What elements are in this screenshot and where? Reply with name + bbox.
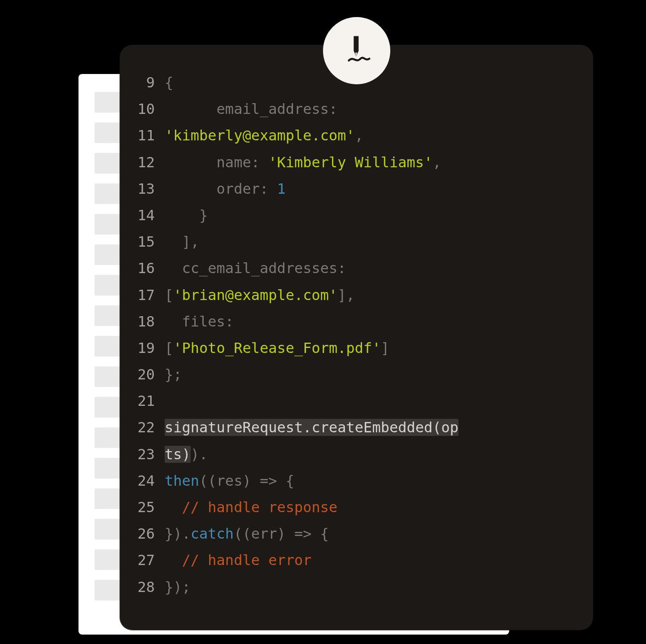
token: [ [165,339,173,357]
code-line[interactable]: 10 email_address: [132,96,581,122]
token: files: [165,313,234,330]
line-number: 13 [132,176,165,202]
line-number: 24 [132,468,165,494]
line-number: 20 [132,361,165,388]
token: catch [191,525,234,542]
code-line[interactable]: 23ts)). [132,441,581,468]
sign-icon-badge [323,17,390,84]
line-number: 19 [132,335,165,361]
token: }; [165,366,182,383]
line-content[interactable]: files: [165,309,581,335]
token: , [355,127,363,144]
code-line[interactable]: 24then((res) => { [132,468,581,494]
line-number: 21 [132,388,165,414]
line-number: 16 [132,255,165,282]
code-editor-panel: 9{10 email_address:11'kimberly@example.c… [120,45,593,630]
token: name: [165,154,268,171]
line-number: 26 [132,521,165,547]
stage: 9{10 email_address:11'kimberly@example.c… [0,0,646,644]
token: ], [337,287,355,304]
token: 'kimberly@example.com' [165,127,355,144]
token: 1 [277,180,285,197]
token: signatureRequest.createEmbedded(op [165,419,458,436]
line-number: 22 [132,414,165,441]
code-line[interactable]: 11'kimberly@example.com', [132,122,581,149]
line-content[interactable]: ['Photo_Release_Form.pdf'] [165,335,581,361]
code-line[interactable]: 18 files: [132,309,581,335]
token: then [165,472,199,489]
code-line[interactable]: 14 } [132,202,581,229]
token: order: [165,180,277,197]
line-content[interactable]: email_address: [165,96,581,122]
line-content[interactable]: signatureRequest.createEmbedded(op [165,414,581,441]
token: } [165,207,208,224]
line-number: 25 [132,494,165,521]
line-number: 9 [132,70,165,96]
line-content[interactable]: }).catch((err) => { [165,521,581,547]
token: // handle response [165,499,337,516]
line-number: 15 [132,229,165,255]
code-line[interactable]: 12 name: 'Kimberly Williams', [132,149,581,176]
line-content[interactable]: // handle response [165,494,581,521]
token: [ [165,287,173,304]
token: 'Kimberly Williams' [268,154,432,171]
line-number: 11 [132,122,165,149]
pen-sign-icon [341,34,372,67]
line-number: 27 [132,547,165,574]
code-line[interactable]: 25 // handle response [132,494,581,521]
line-content[interactable]: then((res) => { [165,468,581,494]
line-content[interactable] [165,388,581,414]
token: }). [165,525,191,542]
token: ] [381,339,389,357]
line-number: 17 [132,282,165,309]
line-content[interactable]: }); [165,574,581,600]
line-number: 12 [132,149,165,176]
code-line[interactable]: 22signatureRequest.createEmbedded(op [132,414,581,441]
code-line[interactable]: 17['brian@example.com'], [132,282,581,309]
line-content[interactable]: ], [165,229,581,255]
token: }); [165,579,191,596]
token: ], [165,233,199,250]
token: ). [191,446,208,463]
token [165,392,173,409]
line-content[interactable]: cc_email_addresses: [165,255,581,282]
line-content[interactable]: ['brian@example.com'], [165,282,581,309]
code-line[interactable]: 20}; [132,361,581,388]
code-line[interactable]: 28}); [132,574,581,600]
code-line[interactable]: 26}).catch((err) => { [132,521,581,547]
line-number: 14 [132,202,165,229]
code-line[interactable]: 27 // handle error [132,547,581,574]
token: ((res) => { [199,472,294,489]
line-content[interactable]: order: 1 [165,176,581,202]
token: ((err) => { [234,525,329,542]
line-content[interactable]: ts)). [165,441,581,468]
code-block[interactable]: 9{10 email_address:11'kimberly@example.c… [132,70,581,600]
token: { [165,74,173,91]
code-line[interactable]: 19['Photo_Release_Form.pdf'] [132,335,581,361]
line-number: 18 [132,309,165,335]
code-line[interactable]: 16 cc_email_addresses: [132,255,581,282]
token: 'brian@example.com' [173,287,337,304]
code-line[interactable]: 13 order: 1 [132,176,581,202]
line-content[interactable]: }; [165,361,581,388]
token: email_address: [165,100,337,117]
line-content[interactable]: 'kimberly@example.com', [165,122,581,149]
line-content[interactable]: name: 'Kimberly Williams', [165,149,581,176]
line-number: 10 [132,96,165,122]
line-number: 28 [132,574,165,600]
code-line[interactable]: 21 [132,388,581,414]
token: // handle error [165,552,312,569]
token: 'Photo_Release_Form.pdf' [173,339,380,357]
line-number: 23 [132,441,165,468]
line-content[interactable]: // handle error [165,547,581,574]
line-content[interactable]: } [165,202,581,229]
token: ts) [165,446,191,463]
token: cc_email_addresses: [165,260,346,277]
code-line[interactable]: 15 ], [132,229,581,255]
token: , [432,154,441,171]
